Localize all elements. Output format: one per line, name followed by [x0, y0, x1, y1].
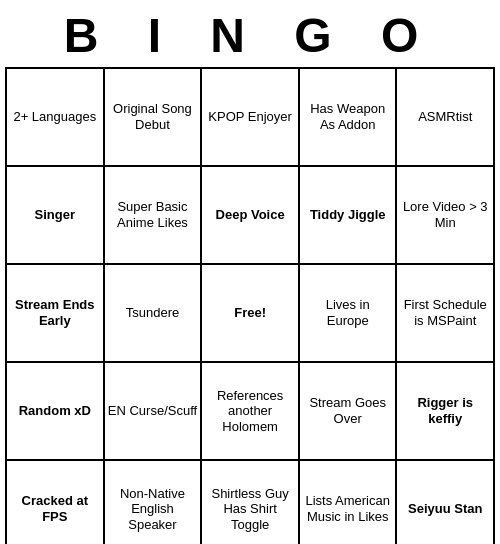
cell-r3-c0: Random xD [6, 362, 104, 460]
cell-r4-c3: Lists American Music in Likes [299, 460, 397, 544]
cell-r4-c4: Seiyuu Stan [396, 460, 494, 544]
cell-r0-c4: ASMRtist [396, 68, 494, 166]
cell-r0-c2: KPOP Enjoyer [201, 68, 299, 166]
cell-r1-c4: Lore Video > 3 Min [396, 166, 494, 264]
cell-r1-c2: Deep Voice [201, 166, 299, 264]
bingo-grid: 2+ LanguagesOriginal Song DebutKPOP Enjo… [5, 67, 495, 544]
cell-r2-c2: Free! [201, 264, 299, 362]
cell-r0-c3: Has Weapon As Addon [299, 68, 397, 166]
cell-r4-c0: Cracked at FPS [6, 460, 104, 544]
cell-r1-c3: Tiddy Jiggle [299, 166, 397, 264]
cell-r1-c1: Super Basic Anime Likes [104, 166, 202, 264]
cell-r1-c0: Singer [6, 166, 104, 264]
cell-r3-c3: Stream Goes Over [299, 362, 397, 460]
cell-r2-c0: Stream Ends Early [6, 264, 104, 362]
cell-r0-c1: Original Song Debut [104, 68, 202, 166]
cell-r2-c4: First Schedule is MSPaint [396, 264, 494, 362]
cell-r2-c1: Tsundere [104, 264, 202, 362]
cell-r3-c2: References another Holomem [201, 362, 299, 460]
cell-r0-c0: 2+ Languages [6, 68, 104, 166]
cell-r3-c4: Rigger is keffiy [396, 362, 494, 460]
cell-r4-c1: Non-Native English Speaker [104, 460, 202, 544]
cell-r2-c3: Lives in Europe [299, 264, 397, 362]
bingo-title: B I N G O [0, 0, 500, 67]
cell-r4-c2: Shirtless Guy Has Shirt Toggle [201, 460, 299, 544]
cell-r3-c1: EN Curse/Scuff [104, 362, 202, 460]
